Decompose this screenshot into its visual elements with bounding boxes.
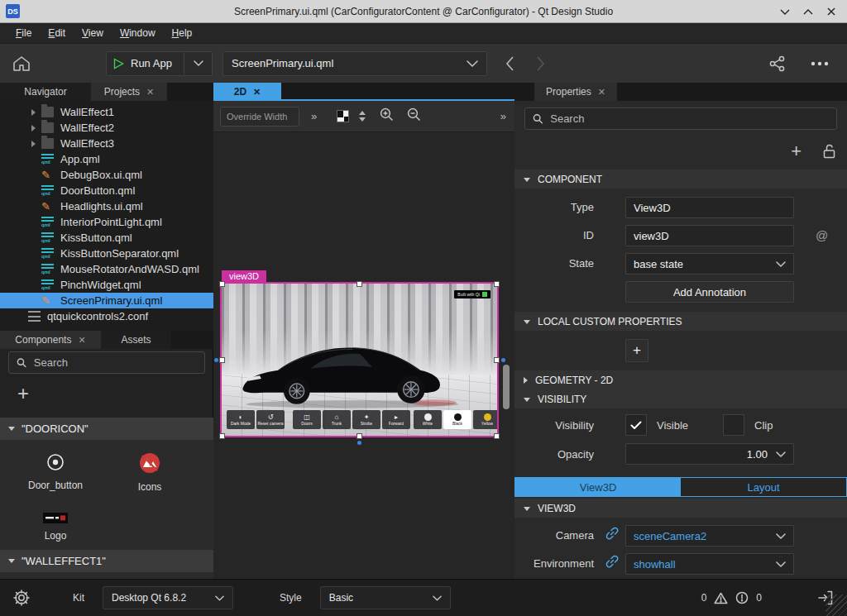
tree-item-headlights[interactable]: ✎Headlights.ui.qml xyxy=(0,198,213,214)
tab-properties[interactable]: Properties✕ xyxy=(534,83,617,101)
tree-item-screenprimary-selected[interactable]: ✎ScreenPrimary.ui.qml xyxy=(0,293,213,308)
settings-gear-icon[interactable] xyxy=(13,590,30,606)
components-search-input[interactable] xyxy=(34,356,197,369)
forward-button[interactable] xyxy=(536,56,545,71)
type-input[interactable] xyxy=(634,202,786,214)
tree-item-kissbutton[interactable]: qmlKissButton.qml xyxy=(0,230,213,246)
tab-assets[interactable]: Assets xyxy=(101,331,171,349)
zoom-level-stepper[interactable] xyxy=(359,111,366,122)
override-width-input[interactable] xyxy=(220,107,299,127)
environment-dropdown[interactable]: showhall xyxy=(625,553,794,575)
menu-help[interactable]: Help xyxy=(165,25,200,41)
warning-triangle-icon[interactable] xyxy=(714,592,728,604)
section-dooricon[interactable]: "DOORICON" xyxy=(0,418,213,440)
open-document-dropdown[interactable]: ScreenPrimary.ui.qml xyxy=(223,51,487,76)
id-input[interactable] xyxy=(634,230,786,242)
resize-handle-top-center[interactable] xyxy=(357,281,362,287)
subtab-view3d[interactable]: View3D xyxy=(515,478,681,496)
clip-checkbox-unchecked[interactable] xyxy=(723,414,744,436)
type-field[interactable] xyxy=(625,197,794,218)
resize-handle-bottom-center[interactable] xyxy=(357,433,362,439)
tab-2d[interactable]: 2D✕ xyxy=(213,83,281,101)
tree-item-mouserotator[interactable]: qmlMouseRotatorAndWASD.qml xyxy=(0,261,213,277)
close-button[interactable] xyxy=(822,3,840,20)
share-icon[interactable] xyxy=(769,55,786,72)
tree-item-pinchwidget[interactable]: qmlPinchWidget.qml xyxy=(0,277,213,293)
kit-dropdown[interactable]: Desktop Qt 6.8.2 xyxy=(103,586,233,609)
view3d-component[interactable]: Built with Qt ◐Dark Mode ↺Reset camera ◫… xyxy=(222,284,497,436)
unlock-icon[interactable] xyxy=(823,144,835,159)
trunk-button[interactable]: ⌂Trunk xyxy=(323,410,351,429)
alias-export-icon[interactable]: @ xyxy=(816,228,828,242)
color-white-button[interactable]: White xyxy=(414,410,442,429)
menu-view[interactable]: View xyxy=(74,25,111,41)
component-door-button[interactable]: Door_button xyxy=(18,451,93,491)
close-icon[interactable]: ✕ xyxy=(78,335,85,346)
components-search[interactable] xyxy=(8,351,205,374)
design-canvas[interactable]: view3D xyxy=(213,132,514,579)
section-local-custom-properties[interactable]: LOCAL CUSTOM PROPERTIES xyxy=(514,312,847,331)
menu-file[interactable]: File xyxy=(8,25,39,41)
resize-handle-top-right[interactable] xyxy=(494,281,500,287)
menu-edit[interactable]: Edit xyxy=(41,25,73,41)
run-target-dropdown[interactable] xyxy=(184,51,213,76)
tree-item-interiorpointlight[interactable]: qmlInteriorPointLight.qml xyxy=(0,214,213,230)
expand-caret-icon[interactable] xyxy=(31,109,36,116)
properties-search[interactable] xyxy=(524,107,837,130)
id-field[interactable] xyxy=(625,225,794,246)
tab-components[interactable]: Components✕ xyxy=(0,331,101,349)
tree-item-walleffect1[interactable]: WallEffect1 xyxy=(0,104,213,120)
section-visibility[interactable]: VISIBILITY xyxy=(514,389,847,408)
tree-item-doorbutton[interactable]: qmlDoorButton.qml xyxy=(0,183,213,198)
zoom-in-button[interactable] xyxy=(380,107,394,125)
opacity-field[interactable]: 1.00 xyxy=(625,443,794,465)
add-property-button[interactable]: + xyxy=(791,141,802,162)
component-logo[interactable]: Logo xyxy=(18,513,93,542)
section-view3d[interactable]: VIEW3D xyxy=(514,499,847,518)
close-icon[interactable]: ✕ xyxy=(146,87,154,98)
color-yellow-button[interactable]: Yellow xyxy=(473,410,497,429)
resize-grip[interactable] xyxy=(825,595,847,616)
zoom-out-button[interactable] xyxy=(407,107,421,125)
strobe-button[interactable]: ✦Strobe xyxy=(352,410,380,429)
run-app-button[interactable]: Run App xyxy=(106,51,184,76)
add-annotation-button[interactable]: Add Annotation xyxy=(625,281,794,303)
binding-link-icon[interactable] xyxy=(605,527,619,540)
maximize-button[interactable] xyxy=(799,3,817,20)
component-icons[interactable]: Icons xyxy=(112,451,187,493)
canvas-vertical-scrollbar[interactable] xyxy=(503,365,510,409)
tree-item-debugbox[interactable]: ✎DebugBox.ui.qml xyxy=(0,167,213,183)
dark-mode-button[interactable]: ◐Dark Mode xyxy=(227,410,255,429)
close-icon[interactable]: ✕ xyxy=(598,87,605,98)
close-icon[interactable]: ✕ xyxy=(253,87,261,98)
resize-handle-mid-right[interactable] xyxy=(494,357,500,363)
resize-handle-bottom-left[interactable] xyxy=(219,433,225,439)
section-walleffect1[interactable]: "WALLEFFECT1" xyxy=(0,550,213,572)
expand-caret-icon[interactable] xyxy=(31,125,36,131)
section-component[interactable]: COMPONENT xyxy=(514,170,847,189)
menu-window[interactable]: Window xyxy=(112,25,163,41)
background-checker-toggle[interactable] xyxy=(337,110,349,122)
resize-handle-top-left[interactable] xyxy=(219,281,225,287)
tree-item-walleffect3[interactable]: WallEffect3 xyxy=(0,136,213,151)
tree-item-app-qml[interactable]: qmlApp.qml xyxy=(0,151,213,167)
binding-link-icon[interactable] xyxy=(605,555,619,568)
doors-button[interactable]: ◫Doors xyxy=(293,410,321,429)
reset-camera-button[interactable]: ↺Reset camera xyxy=(256,410,285,429)
properties-search-input[interactable] xyxy=(550,112,829,125)
selection-type-label[interactable]: view3D xyxy=(222,270,266,283)
add-module-button[interactable]: + xyxy=(12,382,35,405)
tab-projects[interactable]: Projects✕ xyxy=(91,83,167,101)
overflow-chevrons-icon[interactable]: » xyxy=(311,110,317,122)
style-dropdown[interactable]: Basic xyxy=(320,586,451,609)
minimize-button[interactable] xyxy=(776,3,794,20)
section-geometry-2d[interactable]: GEOMETRY - 2D xyxy=(514,370,847,389)
error-circle-icon[interactable] xyxy=(735,591,749,604)
color-black-button-selected[interactable]: Black xyxy=(443,410,471,429)
resize-handle-mid-left[interactable] xyxy=(219,357,225,363)
home-button[interactable] xyxy=(5,47,38,80)
tree-item-qtquickcontrols-conf[interactable]: qtquickcontrols2.conf xyxy=(0,308,213,324)
tree-item-kissbuttonseparator[interactable]: qmlKissButtonSeparator.qml xyxy=(0,246,213,261)
expand-caret-icon[interactable] xyxy=(31,141,36,147)
camera-dropdown[interactable]: sceneCamera2 xyxy=(625,525,794,547)
